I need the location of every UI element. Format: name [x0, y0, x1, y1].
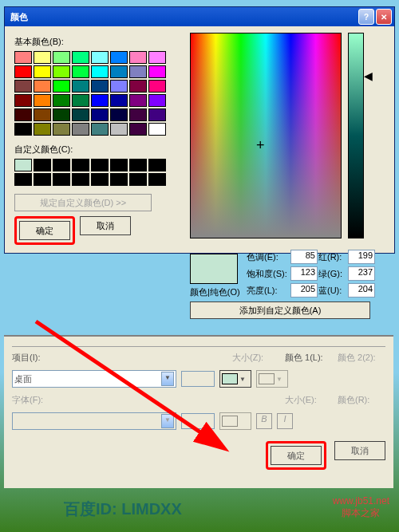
color-preview: [190, 254, 238, 284]
custom-swatch[interactable]: [53, 173, 70, 186]
basic-swatch[interactable]: [14, 65, 32, 78]
basic-swatch[interactable]: [91, 51, 109, 64]
close-button[interactable]: ✕: [376, 9, 392, 25]
basic-swatch[interactable]: [72, 80, 89, 93]
basic-swatch[interactable]: [91, 65, 109, 78]
basic-swatch[interactable]: [14, 108, 32, 121]
basic-swatch[interactable]: [14, 51, 32, 64]
basic-swatch[interactable]: [129, 80, 147, 93]
cancel-button-2[interactable]: 取消: [334, 441, 385, 460]
custom-swatch[interactable]: [14, 159, 32, 171]
basic-swatch[interactable]: [72, 94, 89, 107]
color1-label: 颜色 1(L):: [285, 352, 333, 364]
basic-swatch[interactable]: [148, 80, 166, 93]
luminance-slider[interactable]: [348, 33, 364, 238]
titlebar[interactable]: 颜色 ? ✕: [5, 7, 394, 26]
hue-input[interactable]: 85: [290, 250, 318, 264]
lum-input[interactable]: 205: [290, 283, 318, 298]
basic-swatch[interactable]: [53, 94, 70, 107]
color2-label: 颜色 2(2):: [338, 352, 385, 364]
basic-swatch[interactable]: [53, 65, 70, 78]
color1-button[interactable]: ▼: [219, 370, 251, 388]
custom-swatch[interactable]: [91, 173, 109, 186]
custom-swatch[interactable]: [53, 159, 70, 171]
color-picker-pane: +: [190, 33, 342, 238]
dialog2-body: 项目(I): 大小(Z): 颜色 1(L): 颜色 2(2): 桌面 ▼ ▼ ▼…: [4, 337, 393, 478]
basic-swatch[interactable]: [72, 123, 89, 136]
basic-swatch[interactable]: [129, 108, 147, 121]
hue-label: 色调(E):: [247, 251, 288, 263]
basic-swatch[interactable]: [110, 123, 128, 136]
custom-swatch[interactable]: [110, 159, 128, 171]
basic-swatch[interactable]: [34, 94, 51, 107]
basic-swatch[interactable]: [148, 65, 166, 78]
basic-swatch[interactable]: [91, 108, 109, 121]
blue-input[interactable]: 204: [348, 283, 375, 298]
custom-swatch[interactable]: [34, 159, 51, 171]
color-solid-label: 颜色|纯色(O): [190, 286, 240, 298]
basic-swatch[interactable]: [148, 108, 166, 121]
custom-swatch[interactable]: [34, 173, 51, 186]
basic-swatch[interactable]: [148, 94, 166, 107]
custom-swatch[interactable]: [91, 159, 109, 171]
chevron-down-icon[interactable]: ▼: [161, 372, 174, 386]
lum-label: 亮度(L):: [247, 285, 288, 297]
color-field[interactable]: +: [190, 33, 342, 238]
custom-swatch[interactable]: [148, 173, 166, 186]
basic-swatch[interactable]: [34, 80, 51, 93]
custom-swatch[interactable]: [110, 173, 128, 186]
custom-swatch[interactable]: [129, 173, 147, 186]
ok-button[interactable]: 确定: [19, 221, 70, 240]
basic-swatch[interactable]: [148, 51, 166, 64]
basic-swatch[interactable]: [91, 123, 109, 136]
highlight-ok: 确定: [14, 216, 75, 245]
basic-swatch[interactable]: [53, 51, 70, 64]
font-color-button: [219, 412, 251, 430]
basic-swatch[interactable]: [129, 65, 147, 78]
basic-swatch[interactable]: [148, 123, 166, 136]
basic-swatch[interactable]: [14, 123, 32, 136]
ok-button-2[interactable]: 确定: [271, 446, 322, 465]
green-input[interactable]: 237: [348, 266, 375, 281]
basic-swatch[interactable]: [129, 51, 147, 64]
sat-input[interactable]: 123: [290, 266, 318, 281]
basic-swatch[interactable]: [53, 80, 70, 93]
basic-swatch[interactable]: [34, 65, 51, 78]
red-label: 红(R):: [318, 251, 346, 263]
basic-swatch[interactable]: [129, 123, 147, 136]
basic-swatch[interactable]: [110, 65, 128, 78]
basic-swatch[interactable]: [110, 51, 128, 64]
custom-swatch[interactable]: [14, 173, 32, 186]
basic-swatch[interactable]: [34, 51, 51, 64]
basic-swatch[interactable]: [129, 94, 147, 107]
basic-swatch[interactable]: [53, 108, 70, 121]
basic-swatch[interactable]: [14, 80, 32, 93]
basic-swatch[interactable]: [34, 123, 51, 136]
help-button[interactable]: ?: [358, 9, 374, 25]
basic-swatch[interactable]: [34, 108, 51, 121]
green-label: 绿(G):: [318, 268, 346, 280]
size2-label: 大小(E):: [285, 394, 333, 406]
red-input[interactable]: 199: [348, 250, 375, 264]
basic-swatch[interactable]: [53, 123, 70, 136]
add-to-custom-button[interactable]: 添加到自定义颜色(A): [190, 301, 370, 319]
basic-swatch[interactable]: [110, 108, 128, 121]
luminance-pointer-icon: ◀: [364, 69, 373, 82]
basic-swatch[interactable]: [72, 108, 89, 121]
basic-swatch[interactable]: [91, 80, 109, 93]
basic-swatch[interactable]: [72, 65, 89, 78]
custom-swatch[interactable]: [72, 159, 89, 171]
size-spinner: [181, 371, 215, 387]
item-combo[interactable]: 桌面 ▼: [12, 370, 176, 388]
basic-swatch[interactable]: [110, 94, 128, 107]
custom-swatch[interactable]: [129, 159, 147, 171]
basic-swatch[interactable]: [91, 94, 109, 107]
basic-swatch[interactable]: [72, 51, 89, 64]
blue-label: 蓝(U):: [318, 285, 346, 297]
basic-swatch[interactable]: [14, 94, 32, 107]
custom-swatch[interactable]: [148, 159, 166, 171]
appearance-dialog: 项目(I): 大小(Z): 颜色 1(L): 颜色 2(2): 桌面 ▼ ▼ ▼…: [4, 335, 393, 488]
cancel-button[interactable]: 取消: [80, 216, 131, 235]
custom-swatch[interactable]: [72, 173, 89, 186]
basic-swatch[interactable]: [110, 80, 128, 93]
